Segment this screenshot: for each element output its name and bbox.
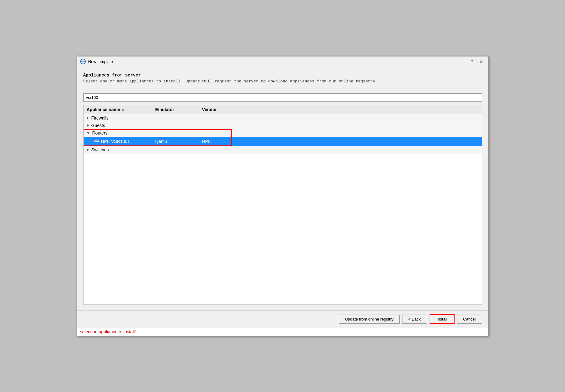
- main-window: New template ? ✕ Appliances from server …: [77, 56, 489, 336]
- status-message: select an appliance to install!: [80, 329, 136, 334]
- col-emulator[interactable]: Emulator: [152, 105, 199, 114]
- table-body: Firewalls Guests: [84, 114, 482, 154]
- dialog-footer: Update from online registry < Back Insta…: [77, 310, 488, 328]
- section-subtitle: Select one or more appliances to install…: [83, 79, 482, 84]
- vendor-cell: HPE: [202, 138, 479, 145]
- col-appliance-name-label: Appliance name: [87, 107, 120, 112]
- appliance-table-wrapper: Appliance name ▲ Emulator Vendor: [83, 105, 482, 305]
- title-bar-controls: ? ✕: [469, 59, 485, 65]
- window-title: New template: [88, 59, 113, 64]
- app-icon: [80, 59, 86, 64]
- back-button[interactable]: < Back: [402, 315, 427, 324]
- group-switches[interactable]: Switches: [84, 146, 482, 154]
- col-vendor-label: Vendor: [202, 107, 217, 112]
- group-routers-label: Routers: [87, 130, 155, 135]
- group-switches-label: Switches: [87, 147, 155, 152]
- group-routers[interactable]: Routers: [84, 129, 482, 137]
- cancel-button[interactable]: Cancel: [457, 315, 482, 324]
- routers-expand-icon: [87, 132, 90, 134]
- sort-arrow-appliance: ▲: [121, 108, 124, 111]
- svg-point-5: [95, 141, 96, 141]
- table-row[interactable]: HPE VSR1001 Qemu HPE: [84, 137, 482, 146]
- update-registry-button[interactable]: Update from online registry: [339, 315, 399, 324]
- col-emulator-label: Emulator: [155, 107, 174, 112]
- help-button[interactable]: ?: [469, 59, 475, 65]
- svg-point-6: [96, 141, 97, 141]
- firewalls-label-text: Firewalls: [91, 115, 109, 120]
- switches-label-text: Switches: [91, 147, 109, 152]
- table-header: Appliance name ▲ Emulator Vendor: [84, 105, 482, 114]
- firewalls-expand-icon: [87, 116, 89, 120]
- svg-point-4: [94, 141, 95, 141]
- close-button[interactable]: ✕: [477, 59, 485, 65]
- col-appliance-name[interactable]: Appliance name ▲: [84, 105, 152, 114]
- switches-expand-icon: [87, 148, 89, 151]
- install-button[interactable]: Install: [430, 314, 455, 324]
- routers-label-text: Routers: [92, 130, 108, 135]
- content-area: Appliances from server Select one or mor…: [77, 67, 488, 310]
- guests-label-text: Guests: [91, 123, 105, 128]
- title-bar: New template ? ✕: [77, 56, 488, 67]
- vendor-value: HPE: [202, 139, 211, 144]
- group-guests-label: Guests: [87, 123, 155, 128]
- status-bar: select an appliance to install!: [77, 328, 488, 336]
- appliance-name: HPE VSR1001: [101, 139, 130, 144]
- group-guests[interactable]: Guests: [84, 122, 482, 129]
- divider: [83, 89, 482, 89]
- title-bar-left: New template: [80, 59, 113, 64]
- col-vendor[interactable]: Vendor: [199, 105, 482, 114]
- search-input[interactable]: [83, 93, 482, 102]
- guests-expand-icon: [87, 124, 89, 127]
- emulator-value: Qemu: [155, 139, 167, 144]
- router-icon: [94, 139, 99, 144]
- group-firewalls-label: Firewalls: [87, 115, 155, 120]
- section-title: Appliances from server: [83, 73, 482, 78]
- emulator-cell: Qemu: [155, 138, 202, 145]
- group-firewalls[interactable]: Firewalls: [84, 114, 482, 122]
- svg-point-7: [97, 141, 98, 141]
- routers-section: Routers: [84, 129, 482, 146]
- appliance-name-cell: HPE VSR1001: [94, 138, 155, 145]
- appliance-table: Appliance name ▲ Emulator Vendor: [83, 105, 482, 305]
